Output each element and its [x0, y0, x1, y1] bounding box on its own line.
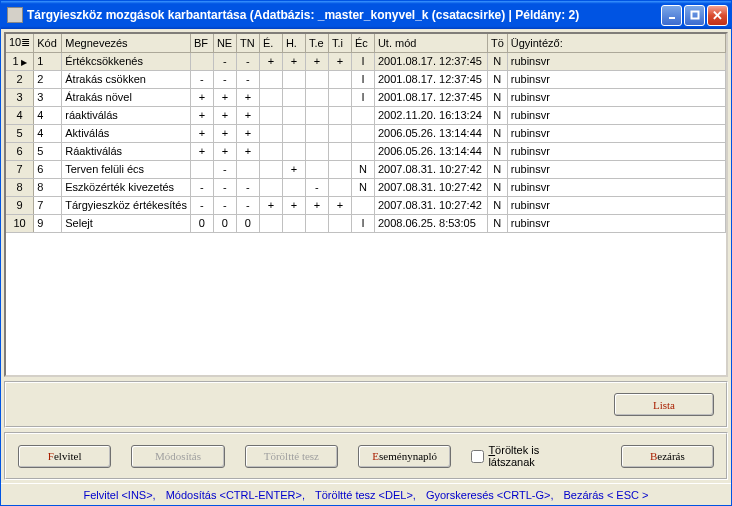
window-title: Tárgyieszköz mozgások karbantartása (Ada… [27, 8, 661, 22]
col-bf[interactable]: BF [190, 34, 213, 52]
col-to[interactable]: Tö [487, 34, 507, 52]
col-ti[interactable]: T.i [328, 34, 351, 52]
esemenynaplo-button[interactable]: Eseménynapló [358, 445, 451, 468]
table-row[interactable]: 109Selejt000I2008.06.25. 8:53:05Nrubinsv… [6, 214, 726, 232]
lista-panel: Lista [4, 381, 728, 428]
toroltetesz-button[interactable]: Töröltté tesz [245, 445, 338, 468]
col-tn[interactable]: TN [236, 34, 259, 52]
toroltek-checkbox[interactable]: Töröltek is látszanak [471, 444, 580, 468]
status-modositas: Módosítás <CTRL-ENTER>, [166, 489, 305, 501]
status-bar: Felvitel <INS>, Módosítás <CTRL-ENTER>, … [1, 483, 731, 505]
col-h[interactable]: H. [282, 34, 305, 52]
table-row[interactable]: 11Értékcsökkenés--++++I2001.08.17. 12:37… [6, 52, 726, 70]
col-index[interactable]: 10≣ [6, 34, 34, 52]
col-kod[interactable]: Kód [34, 34, 62, 52]
toroltek-checkbox-input[interactable] [471, 450, 484, 463]
header-row: 10≣ Kód Megnevezés BF NE TN É. H. T.e T.… [6, 34, 726, 52]
status-bezaras: Bezárás < ESC > [563, 489, 648, 501]
modositas-button[interactable]: Módosítás [131, 445, 224, 468]
col-te[interactable]: T.e [305, 34, 328, 52]
col-utmod[interactable]: Ut. mód [374, 34, 487, 52]
table-row[interactable]: 33Átrakás növel+++I2001.08.17. 12:37:45N… [6, 88, 726, 106]
close-button[interactable]: ✕ [707, 5, 728, 26]
col-e[interactable]: É. [259, 34, 282, 52]
lista-button[interactable]: Lista [614, 393, 714, 416]
table-row[interactable]: 54Aktiválás+++2006.05.26. 13:14:44Nrubin… [6, 124, 726, 142]
felvitel-button[interactable]: Felvitel [18, 445, 111, 468]
table-row[interactable]: 76Terven felüli écs-+N2007.08.31. 10:27:… [6, 160, 726, 178]
table-row[interactable]: 22Átrakás csökken---I2001.08.17. 12:37:4… [6, 70, 726, 88]
maximize-button[interactable] [684, 5, 705, 26]
app-window: Tárgyieszköz mozgások karbantartása (Ada… [0, 0, 732, 506]
table-row[interactable]: 65Ráaktiválás+++2006.05.26. 13:14:44Nrub… [6, 142, 726, 160]
titlebar[interactable]: Tárgyieszköz mozgások karbantartása (Ada… [1, 1, 731, 29]
col-megnevezes[interactable]: Megnevezés [62, 34, 191, 52]
col-ne[interactable]: NE [213, 34, 236, 52]
minimize-button[interactable] [661, 5, 682, 26]
col-ec[interactable]: Éc [351, 34, 374, 52]
app-icon [7, 7, 23, 23]
table-row[interactable]: 44ráaktiválás+++2002.11.20. 16:13:24Nrub… [6, 106, 726, 124]
status-felvitel: Felvitel <INS>, [84, 489, 156, 501]
status-torolte: Töröltté tesz <DEL>, [315, 489, 416, 501]
table-row[interactable]: 97Tárgyieszköz értékesítés---++++2007.08… [6, 196, 726, 214]
table-row[interactable]: 88Eszközérték kivezetés----N2007.08.31. … [6, 178, 726, 196]
col-ugyintezo[interactable]: Ügyintéző: [507, 34, 725, 52]
svg-rect-1 [691, 12, 698, 19]
status-gyors: Gyorskeresés <CRTL-G>, [426, 489, 554, 501]
bezaras-button[interactable]: Bezárás [621, 445, 714, 468]
data-grid[interactable]: 10≣ Kód Megnevezés BF NE TN É. H. T.e T.… [4, 32, 728, 377]
button-row: Felvitel Módosítás Töröltté tesz Esemény… [4, 432, 728, 480]
